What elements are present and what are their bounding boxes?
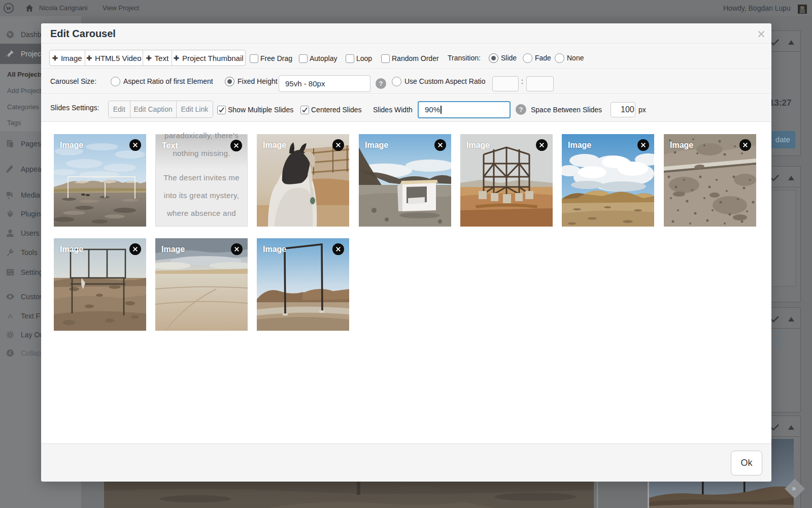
svg-text:A: A — [8, 312, 12, 320]
svg-text:W: W — [6, 5, 12, 11]
